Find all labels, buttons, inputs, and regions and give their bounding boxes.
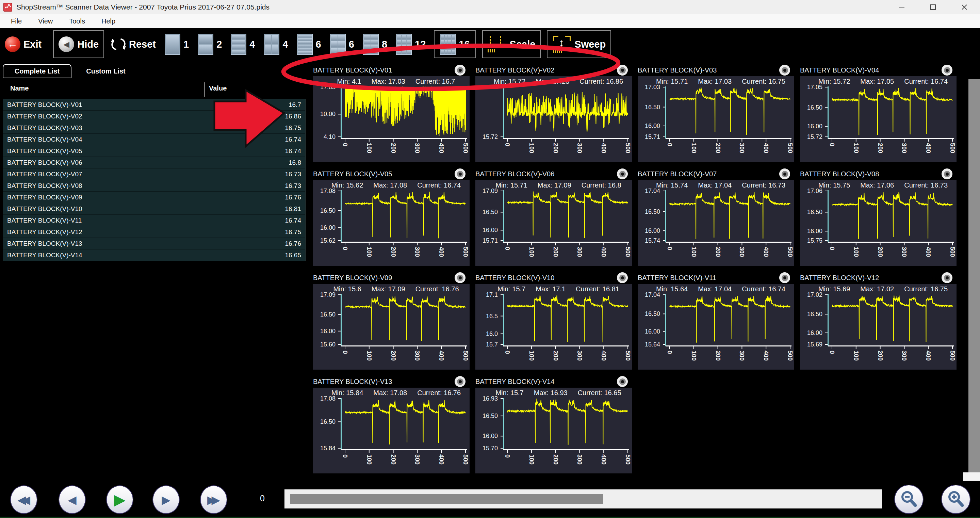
chart-v12: BATTERY BLOCK(V)-V12Min: 15.69Max: 17.02…	[800, 272, 956, 370]
play-button[interactable]: ▶	[106, 485, 134, 514]
chart-panel[interactable]: Min: 15.7Max: 16.93Current: 16.6516.9316…	[476, 388, 632, 473]
timeline-scrollbar[interactable]	[285, 489, 882, 508]
menu-item-view[interactable]: View	[30, 18, 61, 25]
sweep-icon: ↕	[552, 35, 571, 53]
table-row[interactable]: BATTERY BLOCK(V)-V1216.75	[3, 226, 305, 238]
timeline-scrollbar-thumb[interactable]	[290, 494, 603, 504]
record-target-icon[interactable]	[942, 169, 953, 179]
tab-complete-list[interactable]: Complete List	[3, 64, 72, 78]
chart-panel[interactable]: Min: 15.7Max: 17.1Current: 16.8117.116.5…	[476, 284, 632, 370]
chart-title: BATTERY BLOCK(V)-V05	[313, 170, 392, 178]
record-target-icon[interactable]	[455, 65, 466, 76]
hide-button[interactable]: ◀Hide	[53, 30, 104, 58]
layout-4-3-button[interactable]: 4	[231, 34, 255, 55]
chart-panel[interactable]: Min: 15.71Max: 17.09Current: 16.817.0916…	[476, 180, 632, 266]
stat-max: Max: 17.05	[860, 78, 894, 85]
record-target-icon[interactable]	[942, 65, 953, 76]
stat-min: Min: 15.64	[656, 285, 688, 293]
table-row[interactable]: BATTERY BLOCK(V)-V0416.74	[3, 134, 305, 145]
x-axis-label: 100	[528, 454, 535, 465]
sweep-button[interactable]: ↕Sweep	[547, 30, 611, 58]
table-row[interactable]: BATTERY BLOCK(V)-V0216.86	[3, 111, 305, 122]
layout-16-9-button[interactable]: 16	[434, 30, 476, 58]
step-forward-button[interactable]: ▶	[153, 485, 180, 514]
chart-panel[interactable]: Min: 15.69Max: 17.02Current: 16.7517.021…	[800, 284, 956, 370]
table-row[interactable]: BATTERY BLOCK(V)-V1316.76	[3, 238, 305, 249]
table-row[interactable]: BATTERY BLOCK(V)-V1416.65	[3, 249, 305, 261]
layout-4-4-button[interactable]: 4	[264, 34, 288, 55]
plot-area	[663, 190, 792, 248]
stat-current: Current: 16.75	[742, 78, 785, 85]
record-target-icon[interactable]	[455, 169, 466, 179]
y-axis-label: 17.09	[314, 291, 336, 298]
stat-min: Min: 15.7	[498, 285, 525, 293]
table-row[interactable]: BATTERY BLOCK(V)-V1116.74	[3, 215, 305, 226]
step-back-button[interactable]: ◀	[59, 485, 86, 514]
rewind-button[interactable]: ◀◀	[10, 485, 37, 514]
chart-stats: Min: 15.69Max: 17.02Current: 16.75	[811, 285, 955, 293]
record-target-icon[interactable]	[779, 169, 790, 179]
record-target-icon[interactable]	[617, 376, 628, 387]
record-target-icon[interactable]	[942, 272, 953, 283]
chart-panel[interactable]: Min: 15.72Max: 17.05Current: 16.7417.051…	[800, 76, 956, 162]
layout-6-6-button[interactable]: 6	[330, 34, 354, 55]
y-axis-label: 15.62	[314, 237, 336, 244]
vertical-scrollbar-end[interactable]	[963, 472, 980, 481]
stat-min: Min: 4.1	[337, 78, 361, 85]
chart-panel[interactable]: Min: 15.62Max: 17.08Current: 16.7417.081…	[313, 180, 469, 266]
x-axis-label: 0	[342, 454, 348, 458]
table-row[interactable]: BATTERY BLOCK(V)-V0816.73	[3, 180, 305, 191]
table-row[interactable]: BATTERY BLOCK(V)-V0616.8	[3, 157, 305, 169]
x-axis-label: 200	[715, 143, 721, 153]
chart-panel[interactable]: Min: 15.64Max: 17.04Current: 16.7417.041…	[638, 284, 794, 370]
y-axis-label: 16.50	[638, 311, 660, 317]
pid-name: BATTERY BLOCK(V)-V03	[7, 124, 285, 132]
scale-button[interactable]: ↔Scale	[482, 30, 541, 58]
table-row[interactable]: BATTERY BLOCK(V)-V0916.76	[3, 191, 305, 203]
table-row[interactable]: BATTERY BLOCK(V)-V0316.75	[3, 122, 305, 134]
table-row[interactable]: BATTERY BLOCK(V)-V0716.73	[3, 169, 305, 180]
table-row[interactable]: BATTERY BLOCK(V)-V0116.7	[3, 99, 305, 111]
menu-item-tools[interactable]: Tools	[61, 18, 93, 25]
chart-panel[interactable]: Min: 15.72Max: 17.23Current: 16.8617.231…	[476, 76, 632, 162]
fast-forward-button[interactable]: ▶▶	[200, 485, 227, 514]
zoom-in-button[interactable]	[941, 485, 970, 514]
table-row[interactable]: BATTERY BLOCK(V)-V0516.74	[3, 145, 305, 157]
reset-button[interactable]: Reset	[111, 37, 156, 52]
y-axis-label: 16.50	[801, 104, 822, 111]
chart-panel[interactable]: Min: 15.75Max: 17.06Current: 16.7317.061…	[800, 180, 956, 266]
layout-6-5-button[interactable]: 6	[297, 34, 321, 55]
layout-12-8-button[interactable]: 12	[396, 34, 426, 55]
record-target-icon[interactable]	[617, 272, 628, 283]
y-axis-label: 16.50	[314, 418, 336, 425]
zoom-out-button[interactable]	[894, 485, 924, 514]
exit-button[interactable]: ←Exit	[5, 37, 41, 52]
pid-value: 16.76	[285, 240, 301, 247]
tab-custom-list[interactable]: Custom List	[75, 64, 137, 78]
table-row[interactable]: BATTERY BLOCK(V)-V1016.81	[3, 203, 305, 215]
close-button[interactable]	[949, 0, 980, 14]
x-axis-label: 500	[950, 143, 956, 153]
record-target-icon[interactable]	[617, 65, 628, 76]
chart-panel[interactable]: Min: 4.1Max: 17.03Current: 16.717.0310.0…	[313, 76, 469, 162]
chart-panel[interactable]: Min: 15.74Max: 17.04Current: 16.7317.041…	[638, 180, 794, 266]
record-target-icon[interactable]	[617, 169, 628, 179]
window-title: ShopStream™ Scanner Data Viewer - 2007 T…	[16, 3, 269, 11]
chart-panel[interactable]: Min: 15.84Max: 17.08Current: 16.7617.081…	[313, 388, 469, 473]
record-target-icon[interactable]	[779, 272, 790, 283]
menu-item-help[interactable]: Help	[93, 18, 124, 25]
layout-2-2-button[interactable]: 2	[198, 34, 222, 55]
record-target-icon[interactable]	[455, 376, 466, 387]
maximize-button[interactable]	[917, 0, 949, 14]
layout-1-1-button[interactable]: 1	[165, 34, 189, 55]
x-axis-label: 400	[601, 454, 607, 465]
stat-max: Max: 16.93	[534, 389, 568, 397]
menu-item-file[interactable]: File	[3, 18, 30, 25]
record-target-icon[interactable]	[455, 272, 466, 283]
layout-8-7-button[interactable]: 8	[363, 34, 387, 55]
chart-panel[interactable]: Min: 15.71Max: 17.03Current: 16.7517.031…	[638, 76, 794, 162]
chart-panel[interactable]: Min: 15.6Max: 17.09Current: 16.7617.0916…	[313, 284, 469, 370]
minimize-button[interactable]	[886, 0, 917, 14]
record-target-icon[interactable]	[779, 65, 790, 76]
vertical-scrollbar[interactable]	[969, 79, 980, 472]
